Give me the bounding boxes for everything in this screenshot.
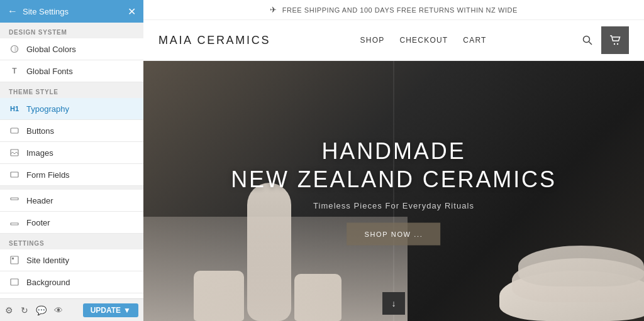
- hero-subtitle: Timeless Pieces For Everyday Rituals: [231, 201, 557, 210]
- sidebar-item-typography[interactable]: H1 Typography: [0, 98, 143, 120]
- form-fields-label: Form Fields: [26, 170, 70, 180]
- announcement-bar: ✈ FREE SHIPPING AND 100 DAYS FREE RETURN…: [143, 0, 644, 20]
- typography-icon: H1: [9, 103, 20, 114]
- nav-checkout[interactable]: CHECKOUT: [399, 36, 448, 45]
- preview-icon[interactable]: 👁: [54, 305, 63, 315]
- search-button[interactable]: [576, 29, 599, 52]
- sidebar-item-buttons[interactable]: Buttons: [0, 120, 143, 142]
- images-icon: [9, 147, 20, 158]
- svg-point-18: [617, 43, 618, 45]
- sidebar-item-images[interactable]: Images: [0, 142, 143, 164]
- hero-section: HANDMADE NEW ZEALAND CERAMICS Timeless P…: [143, 61, 644, 321]
- toolbar-icons: ⚙ ↻ 💬 👁: [5, 305, 63, 315]
- announcement-text: FREE SHIPPING AND 100 DAYS FREE RETURNS …: [282, 6, 518, 14]
- hero-text-block: HANDMADE NEW ZEALAND CERAMICS Timeless P…: [231, 137, 557, 246]
- site-nav: SHOP CHECKOUT CART: [360, 36, 487, 45]
- buttons-label: Buttons: [26, 126, 54, 136]
- back-icon[interactable]: ←: [8, 6, 18, 17]
- close-icon[interactable]: ✕: [128, 6, 136, 18]
- sidebar-item-background[interactable]: Background: [0, 271, 143, 293]
- sidebar: ← Site Settings ✕ DESIGN SYSTEM Global C…: [0, 0, 143, 321]
- nav-cart[interactable]: CART: [463, 36, 486, 45]
- cart-button[interactable]: [601, 26, 629, 54]
- site-logo: MAIA CERAMICS: [158, 34, 270, 47]
- svg-line-16: [589, 42, 592, 45]
- svg-rect-6: [11, 256, 18, 264]
- sidebar-item-footer[interactable]: Footer: [0, 212, 143, 234]
- global-fonts-label: Global Fonts: [26, 67, 73, 76]
- update-button[interactable]: UPDATE ▼: [83, 303, 138, 317]
- hero-cta-button[interactable]: SHOP NOW ...: [347, 223, 441, 246]
- site-nav-actions: [576, 26, 629, 54]
- settings-gear-icon[interactable]: ⚙: [5, 305, 13, 315]
- update-label: UPDATE: [91, 306, 121, 315]
- footer-icon: [9, 217, 20, 228]
- svg-rect-1: [11, 128, 18, 133]
- svg-rect-4: [11, 198, 18, 200]
- nav-shop[interactable]: SHOP: [360, 36, 385, 45]
- comment-icon[interactable]: 💬: [36, 305, 47, 315]
- main-content: ✈ FREE SHIPPING AND 100 DAYS FREE RETURN…: [143, 0, 644, 321]
- sidebar-item-global-fonts[interactable]: T Global Fonts: [0, 60, 143, 82]
- svg-rect-7: [12, 258, 14, 259]
- hero-title: HANDMADE NEW ZEALAND CERAMICS: [231, 137, 557, 193]
- update-chevron: ▼: [123, 306, 131, 315]
- buttons-icon: [9, 125, 20, 136]
- form-fields-icon: [9, 169, 20, 180]
- site-identity-label: Site Identity: [26, 256, 69, 265]
- sidebar-item-layout[interactable]: Layout: [0, 293, 143, 298]
- undo-icon[interactable]: ↻: [21, 305, 28, 315]
- hero-title-line2: NEW ZEALAND CERAMICS: [231, 165, 557, 193]
- ceramic-bowl-3: [518, 246, 644, 286]
- site-identity-icon: [9, 254, 20, 266]
- svg-rect-3: [11, 172, 18, 177]
- sidebar-item-form-fields[interactable]: Form Fields: [0, 164, 143, 186]
- global-colors-label: Global Colors: [26, 45, 76, 54]
- settings-label: SETTINGS: [0, 234, 143, 249]
- svg-point-17: [614, 43, 615, 45]
- sidebar-item-header[interactable]: Header: [0, 190, 143, 212]
- global-colors-icon: [9, 43, 20, 55]
- sidebar-title: Site Settings: [23, 7, 69, 16]
- theme-style-label: THEME STYLE: [0, 82, 143, 98]
- header-label: Header: [26, 196, 53, 205]
- svg-point-15: [584, 36, 590, 43]
- shipping-icon: ✈: [270, 5, 277, 14]
- footer-label: Footer: [26, 218, 50, 227]
- scroll-down-button[interactable]: ↓: [382, 292, 405, 315]
- svg-rect-5: [11, 223, 18, 225]
- svg-rect-8: [11, 279, 18, 285]
- global-fonts-icon: T: [9, 65, 20, 77]
- background-icon: [9, 276, 20, 288]
- sidebar-item-global-colors[interactable]: Global Colors: [0, 38, 143, 60]
- sidebar-item-site-identity[interactable]: Site Identity: [0, 249, 143, 271]
- images-label: Images: [26, 148, 53, 158]
- header-icon: [9, 195, 20, 206]
- background-label: Background: [26, 278, 70, 287]
- sidebar-header: ← Site Settings ✕: [0, 0, 143, 23]
- hero-title-line1: HANDMADE: [231, 137, 557, 165]
- sidebar-toolbar: ⚙ ↻ 💬 👁 UPDATE ▼: [0, 298, 143, 321]
- sidebar-content: DESIGN SYSTEM Global Colors T Global Fon…: [0, 23, 143, 298]
- sidebar-header-left: ← Site Settings: [8, 6, 69, 17]
- site-header: MAIA CERAMICS SHOP CHECKOUT CART: [143, 20, 644, 61]
- typography-label: Typography: [26, 104, 69, 114]
- design-system-label: DESIGN SYSTEM: [0, 23, 143, 38]
